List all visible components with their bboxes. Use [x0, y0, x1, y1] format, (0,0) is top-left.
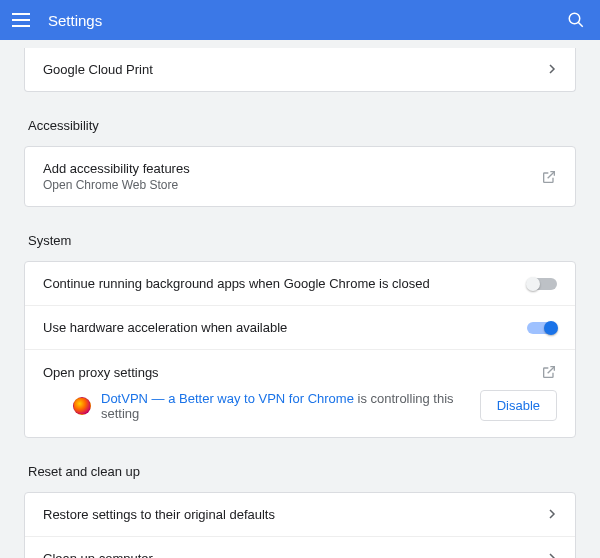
- disable-button[interactable]: Disable: [480, 390, 557, 421]
- cleanup-label: Clean up computer: [43, 551, 549, 558]
- add-accessibility-row[interactable]: Add accessibility features Open Chrome W…: [25, 147, 575, 206]
- add-accessibility-sub: Open Chrome Web Store: [43, 178, 541, 192]
- open-proxy-label: Open proxy settings: [43, 365, 541, 380]
- svg-line-1: [578, 22, 583, 27]
- extension-link[interactable]: DotVPN — a Better way to VPN for Chrome: [101, 391, 354, 406]
- reset-section-title: Reset and clean up: [28, 464, 576, 479]
- chevron-right-icon: [549, 64, 557, 76]
- google-cloud-print-label: Google Cloud Print: [43, 62, 549, 77]
- dotvpn-icon: [73, 397, 91, 415]
- reset-card: Restore settings to their original defau…: [24, 492, 576, 558]
- proxy-controlled-row: DotVPN — a Better way to VPN for Chrome …: [25, 386, 575, 437]
- hw-accel-row: Use hardware acceleration when available: [25, 305, 575, 349]
- cloud-print-card: Google Cloud Print: [24, 48, 576, 92]
- cleanup-row[interactable]: Clean up computer: [25, 536, 575, 558]
- search-icon[interactable]: [564, 8, 588, 32]
- background-apps-row: Continue running background apps when Go…: [25, 262, 575, 305]
- google-cloud-print-row[interactable]: Google Cloud Print: [25, 48, 575, 91]
- external-link-icon: [541, 364, 557, 380]
- system-section-title: System: [28, 233, 576, 248]
- hw-accel-label: Use hardware acceleration when available: [43, 320, 527, 335]
- hw-accel-toggle[interactable]: [527, 322, 557, 334]
- page-title: Settings: [48, 12, 102, 29]
- system-card: Continue running background apps when Go…: [24, 261, 576, 438]
- chevron-right-icon: [549, 553, 557, 559]
- chevron-right-icon: [549, 509, 557, 521]
- menu-icon[interactable]: [12, 8, 36, 32]
- background-apps-label: Continue running background apps when Go…: [43, 276, 527, 291]
- add-accessibility-label: Add accessibility features: [43, 161, 541, 176]
- app-header: Settings: [0, 0, 600, 40]
- svg-point-0: [569, 13, 580, 24]
- background-apps-toggle[interactable]: [527, 278, 557, 290]
- proxy-controlled-text: DotVPN — a Better way to VPN for Chrome …: [101, 391, 470, 421]
- restore-defaults-label: Restore settings to their original defau…: [43, 507, 549, 522]
- accessibility-section-title: Accessibility: [28, 118, 576, 133]
- restore-defaults-row[interactable]: Restore settings to their original defau…: [25, 493, 575, 536]
- accessibility-card: Add accessibility features Open Chrome W…: [24, 146, 576, 207]
- open-proxy-row[interactable]: Open proxy settings: [25, 349, 575, 386]
- settings-content: Google Cloud Print Accessibility Add acc…: [0, 48, 600, 558]
- external-link-icon: [541, 169, 557, 185]
